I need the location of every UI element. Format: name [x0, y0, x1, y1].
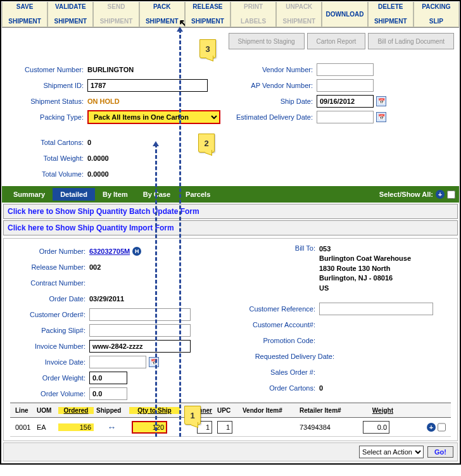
tab-summary[interactable]: Summary — [6, 188, 53, 201]
main-toolbar: SAVESHIPMENT VALIDATESHIPMENT SENDSHIPME… — [2, 2, 459, 28]
col-retailer-item: Retailer Item# — [297, 407, 360, 414]
release-number-value: 002 — [89, 263, 101, 271]
shipment-id-input[interactable] — [87, 79, 208, 92]
order-weight-label: Order Weight: — [10, 374, 89, 382]
shipment-form: Customer Number:BURLINGTON Shipment ID: … — [2, 54, 459, 186]
delete-shipment-button[interactable]: DELETESHIPMENT — [368, 2, 414, 27]
tab-detailed[interactable]: Detailed — [53, 188, 95, 201]
total-volume-label: Total Volume: — [8, 170, 87, 178]
shipment-id-label: Shipment ID: — [8, 82, 87, 89]
cell-ordered: 156 — [58, 423, 94, 431]
order-cartons-value: 0 — [319, 384, 323, 392]
packing-slip-input[interactable] — [89, 324, 191, 337]
requested-delivery-label: Requested Delivery Date: — [230, 353, 338, 360]
col-upc: UPC — [215, 407, 240, 414]
vendor-number-input[interactable] — [317, 63, 374, 76]
calendar-icon[interactable]: 📅 — [376, 96, 386, 106]
est-delivery-label: Estimated Delivery Date: — [228, 113, 317, 121]
double-arrow-icon: ↔ — [94, 422, 129, 432]
print-labels-button: PRINTLABELS — [230, 2, 276, 27]
carton-report-button: Carton Report — [307, 33, 366, 49]
total-weight-value: 0.0000 — [87, 154, 109, 162]
order-volume-input[interactable] — [89, 387, 127, 400]
plus-icon[interactable]: + — [436, 190, 445, 199]
save-shipment-button[interactable]: SAVESHIPMENT — [2, 2, 47, 27]
customer-order-label: Customer Order#: — [10, 311, 89, 318]
order-detail-box: Order Number:632032705MH Release Number:… — [3, 238, 458, 441]
action-select[interactable]: Select an Action — [359, 446, 424, 458]
callout-2: 2 — [198, 134, 215, 153]
total-cartons-label: Total Cartons: — [8, 139, 87, 146]
cell-retailer-item: 73494384 — [297, 423, 360, 431]
packing-slip-button[interactable]: PACKINGSLIP — [414, 2, 459, 27]
col-uom: UOM — [34, 407, 58, 414]
ship-date-input[interactable] — [317, 95, 374, 108]
bill-to-address: 053 Burlington Coat Warehouse 1830 Route… — [319, 244, 411, 293]
secondary-toolbar: 3 Shipment to Staging Carton Report Bill… — [2, 28, 459, 54]
shipment-status-value: ON HOLD — [87, 97, 120, 105]
send-shipment-button: SENDSHIPMENT — [93, 2, 139, 27]
calendar-icon[interactable]: 📅 — [149, 357, 159, 367]
select-all-checkbox[interactable] — [447, 191, 455, 199]
order-date-value: 03/29/2011 — [89, 295, 124, 303]
ship-date-label: Ship Date: — [228, 97, 317, 105]
invoice-number-input[interactable] — [89, 340, 191, 353]
est-delivery-input[interactable] — [317, 111, 374, 123]
customer-reference-input[interactable] — [319, 303, 433, 315]
calendar-icon[interactable]: 📅 — [376, 112, 386, 122]
col-line: Line — [13, 407, 34, 414]
order-date-label: Order Date: — [10, 295, 89, 303]
order-number-label: Order Number: — [10, 247, 89, 255]
vendor-number-label: Vendor Number: — [228, 66, 317, 73]
plus-icon[interactable]: + — [427, 423, 436, 432]
sales-order-label: Sales Order #: — [230, 368, 319, 376]
tab-parcels[interactable]: Parcels — [178, 188, 218, 201]
validate-shipment-button[interactable]: VALIDATESHIPMENT — [47, 2, 93, 27]
total-weight-label: Total Weight: — [8, 154, 87, 162]
packing-type-select[interactable]: Pack All Items in One Carton — [87, 110, 220, 124]
tab-by-item[interactable]: By Item — [95, 188, 136, 201]
batch-update-link[interactable]: Click here to Show Ship Quantity Batch U… — [3, 204, 458, 219]
import-form-link[interactable]: Click here to Show Ship Quantity Import … — [3, 220, 458, 235]
callout-3: 3 — [199, 39, 216, 58]
select-show-all-label: Select/Show All: — [379, 191, 433, 198]
pack-shipment-button[interactable]: PACKSHIPMENT↖ — [139, 2, 185, 27]
release-shipment-button[interactable]: RELEASESHIPMENT — [185, 2, 230, 27]
ap-vendor-label: AP Vendor Number: — [228, 82, 317, 89]
invoice-number-label: Invoice Number: — [10, 342, 89, 350]
customer-order-input[interactable] — [89, 308, 191, 321]
order-weight-input[interactable] — [89, 372, 127, 384]
col-shipped: Shipped — [94, 407, 129, 414]
tab-by-case[interactable]: By Case — [136, 188, 178, 201]
promotion-code-label: Promotion Code: — [230, 337, 319, 344]
order-volume-label: Order Volume: — [10, 390, 89, 398]
customer-account-label: Customer Account#: — [230, 321, 319, 329]
col-weight[interactable]: Weight — [360, 407, 396, 414]
weight-input[interactable] — [363, 421, 389, 434]
cell-line: 0001 — [13, 423, 34, 431]
invoice-date-input[interactable] — [89, 356, 146, 368]
customer-number-value: BURLINGTON — [87, 66, 134, 73]
ap-vendor-input[interactable] — [317, 79, 374, 92]
info-h-icon[interactable]: H — [132, 247, 141, 256]
download-button[interactable]: DOWNLOAD — [322, 2, 367, 27]
bill-to-label: Bill To: — [230, 244, 319, 252]
go-button[interactable]: Go! — [427, 446, 453, 458]
packing-type-label: Packing Type: — [8, 113, 87, 121]
shipment-status-label: Shipment Status: — [8, 97, 87, 105]
arrow-up-icon — [153, 141, 159, 146]
row-checkbox[interactable] — [438, 423, 446, 432]
callout-1: 1 — [184, 406, 201, 425]
col-qty-to-ship[interactable]: Qty to Ship — [129, 407, 180, 414]
col-ordered[interactable]: Ordered — [58, 407, 94, 414]
total-cartons-value: 0 — [87, 139, 91, 146]
bill-of-lading-button: Bill of Lading Document — [368, 33, 454, 49]
order-number-link[interactable]: 632032705M — [89, 247, 130, 255]
qty-to-ship-input[interactable] — [132, 421, 167, 434]
packing-slip-label: Packing Slip#: — [10, 327, 89, 334]
inner2-input[interactable] — [217, 421, 232, 434]
cell-uom: EA — [34, 423, 58, 431]
tab-bar: Summary Detailed By Item By Case Parcels… — [2, 186, 459, 203]
unpack-shipment-button: UNPACKSHIPMENT — [276, 2, 322, 27]
invoice-date-label: Invoice Date: — [10, 358, 89, 366]
